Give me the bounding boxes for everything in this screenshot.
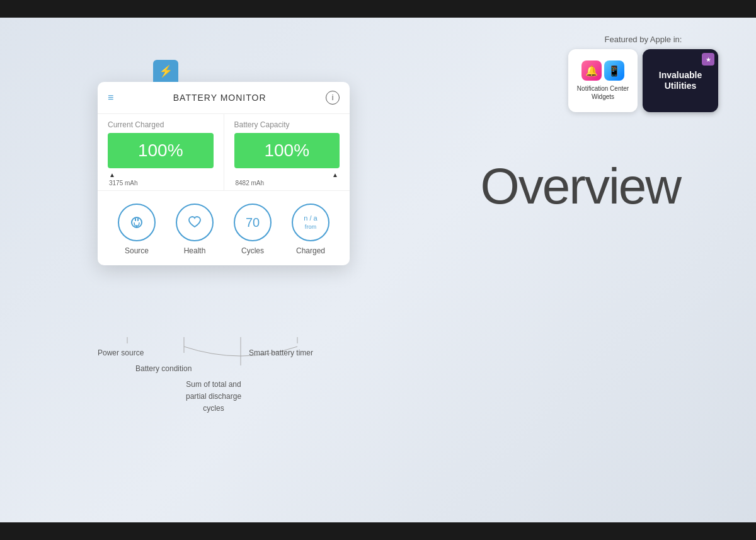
svg-rect-2 [137,218,139,221]
annotation-sum: Sum of total andpartial dischargecycles [186,378,241,414]
badge-notification-text: Notification Center Widgets [573,84,633,101]
svg-rect-1 [135,218,136,221]
capacity-arrow: ▲ [332,171,338,178]
battery-capacity-mah: 8482 mAh [234,180,340,187]
current-charged-label: Current Charged [108,120,214,129]
app-header: ≡ BATTERY MONITOR i [98,82,350,114]
power-source-text: Power source [98,348,144,357]
overview-heading: Overview [481,158,680,215]
battery-condition-text: Battery condition [135,364,192,373]
notification-icon-blue: 📱 [604,60,624,81]
health-icon-circle [176,204,214,241]
source-icon-circle [118,204,156,241]
battery-capacity-col: Battery Capacity 100% ▲ 8482 mAh [224,114,350,190]
charged-value: n / afrom [304,214,317,231]
info-icon[interactable]: i [326,91,340,105]
featured-section: Featured by Apple in: 🔔 📱 Notification C… [568,35,718,112]
badge-invaluable[interactable]: ★ Invaluable Utilities [643,49,718,112]
stats-row: Current Charged 100% ▲ 3175 mAh Battery … [98,114,350,191]
badge-icons: 🔔 📱 [581,60,624,81]
annotation-condition: Battery condition [135,362,192,374]
featured-label: Featured by Apple in: [568,35,718,44]
annotation-smart: Smart battery timer [249,347,313,358]
battery-capacity-value: 100% [264,141,309,160]
top-bar [0,0,756,18]
charged-item: n / afrom Charged [292,204,329,255]
sum-text: Sum of total andpartial dischargecycles [186,380,241,413]
cycles-label: Cycles [241,246,264,255]
charged-icon-circle: n / afrom [292,204,329,241]
menu-icon[interactable]: ≡ [108,92,113,103]
current-charged-col: Current Charged 100% ▲ 3175 mAh [98,114,224,190]
battery-capacity-bar: 100% ▲ [234,133,340,168]
health-label: Health [184,246,206,255]
current-charged-bar: 100% ▲ [108,133,214,168]
battery-capacity-label: Battery Capacity [234,120,340,129]
cycles-icon-circle: 70 [234,204,272,241]
bolt-tab: ⚡ [153,60,178,82]
featured-badges: 🔔 📱 Notification Center Widgets ★ Invalu… [568,49,718,112]
current-arrow: ▲ [109,171,115,178]
current-charged-value: 100% [138,141,183,160]
app-widget-container: ⚡ ≡ BATTERY MONITOR i Current Charged 10… [98,60,350,265]
charged-label: Charged [296,246,325,255]
badge-invaluable-title: Invaluable Utilities [648,70,713,91]
source-label: Source [125,246,149,255]
cycles-item: 70 Cycles [234,204,272,255]
app-window: ≡ BATTERY MONITOR i Current Charged 100%… [98,82,350,265]
current-charged-mah: 3175 mAh [108,180,214,187]
bottom-bar [0,522,756,540]
smart-timer-text: Smart battery timer [249,348,313,357]
source-item: Source [118,204,156,255]
bolt-icon: ⚡ [159,64,173,78]
health-item: Health [176,204,214,255]
notification-icon-pink: 🔔 [581,60,602,81]
badge-notification[interactable]: 🔔 📱 Notification Center Widgets [568,49,638,112]
app-title: BATTERY MONITOR [173,93,266,103]
badge-corner-icon: ★ [702,53,714,66]
icons-row: Source Health 70 Cycles [98,191,350,265]
annotation-power: Power source [98,347,144,358]
cycles-value: 70 [246,215,260,230]
